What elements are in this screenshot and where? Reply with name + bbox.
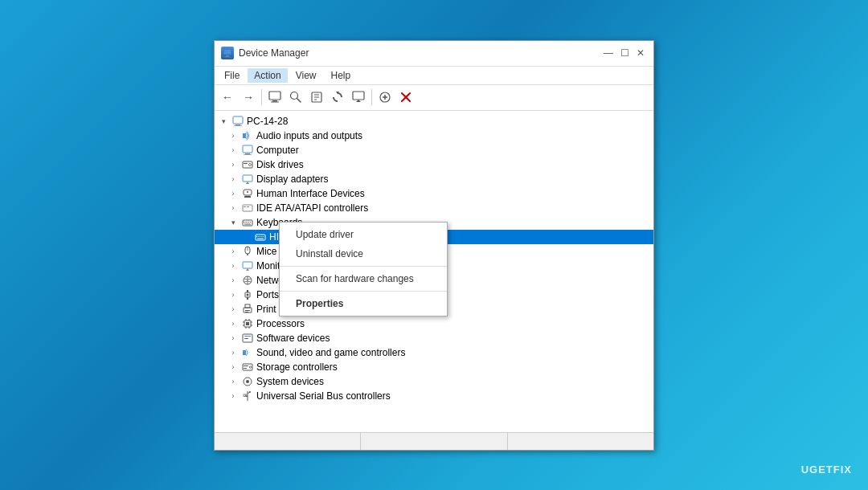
expand-icon-storage: › bbox=[227, 361, 239, 373]
minimize-button[interactable]: — bbox=[602, 47, 615, 59]
svg-rect-24 bbox=[243, 145, 252, 153]
svg-rect-37 bbox=[247, 206, 249, 207]
forward-button[interactable]: → bbox=[239, 88, 258, 107]
menu-action[interactable]: Action bbox=[248, 68, 287, 83]
svg-rect-29 bbox=[244, 163, 248, 164]
tree-item-display[interactable]: › Display adapters bbox=[215, 172, 653, 186]
menu-view[interactable]: View bbox=[289, 68, 323, 83]
svg-rect-42 bbox=[250, 222, 252, 223]
tree-item-system[interactable]: › System devices bbox=[215, 374, 653, 389]
ctx-uninstall[interactable]: Uninstall device bbox=[280, 244, 447, 263]
svg-rect-21 bbox=[235, 125, 240, 125]
ctx-update-driver[interactable]: Update driver bbox=[280, 225, 447, 244]
computer-label: Computer bbox=[256, 145, 299, 156]
keyboards-icon bbox=[241, 216, 254, 229]
svg-rect-1 bbox=[226, 55, 229, 57]
software-icon bbox=[241, 332, 254, 345]
expand-icon-disk: › bbox=[227, 159, 239, 170]
expand-icon-keyboards: ▾ bbox=[227, 217, 239, 228]
ctx-separator-2 bbox=[280, 291, 447, 292]
tree-root[interactable]: ▾ PC-14-28 bbox=[215, 114, 653, 129]
svg-rect-35 bbox=[243, 205, 252, 211]
properties-button[interactable] bbox=[307, 88, 326, 107]
svg-rect-13 bbox=[353, 92, 364, 100]
disk-icon bbox=[241, 158, 254, 171]
svg-rect-60 bbox=[247, 297, 248, 300]
expand-icon-root: ▾ bbox=[218, 116, 229, 127]
hid-icon bbox=[241, 187, 254, 200]
svg-rect-3 bbox=[269, 92, 280, 100]
menu-file[interactable]: File bbox=[218, 68, 246, 83]
svg-rect-20 bbox=[233, 116, 243, 124]
monitor-button[interactable] bbox=[349, 88, 368, 107]
remove-button[interactable] bbox=[396, 88, 416, 107]
back-button[interactable]: ← bbox=[218, 88, 237, 107]
expand-icon-computer: › bbox=[227, 145, 239, 156]
computer-icon bbox=[241, 144, 254, 157]
mice-icon bbox=[241, 245, 254, 258]
svg-rect-36 bbox=[244, 206, 246, 207]
status-segment-1 bbox=[215, 433, 361, 450]
svg-rect-47 bbox=[260, 236, 262, 237]
close-button[interactable]: ✕ bbox=[634, 47, 647, 59]
tree-panel[interactable]: ▾ PC-14-28 › Audio inputs and outputs › bbox=[215, 111, 653, 432]
root-icon bbox=[231, 115, 244, 128]
toolbar: ← → bbox=[215, 85, 653, 111]
svg-rect-66 bbox=[246, 322, 249, 325]
title-bar-controls: — ☐ ✕ bbox=[602, 47, 647, 59]
update-button[interactable] bbox=[328, 88, 347, 107]
add-button[interactable] bbox=[375, 88, 395, 107]
tree-item-usb[interactable]: › Universal Serial Bus controllers bbox=[215, 389, 653, 403]
svg-rect-78 bbox=[243, 350, 246, 355]
expand-icon-print: › bbox=[227, 304, 239, 315]
svg-rect-62 bbox=[245, 304, 250, 308]
tree-item-disk[interactable]: › Disk drives bbox=[215, 157, 653, 172]
context-menu: Update driver Uninstall device Scan for … bbox=[279, 222, 448, 316]
svg-line-7 bbox=[297, 99, 301, 103]
disk-label: Disk drives bbox=[256, 159, 304, 170]
sound-label: Sound, video and game controllers bbox=[256, 347, 405, 358]
svg-rect-22 bbox=[234, 125, 242, 126]
expand-icon-sound: › bbox=[227, 347, 239, 358]
tree-item-hid[interactable]: › Human Interface Devices bbox=[215, 186, 653, 201]
content-area: ▾ PC-14-28 › Audio inputs and outputs › bbox=[215, 111, 653, 432]
print-icon bbox=[241, 303, 254, 316]
window-icon bbox=[221, 47, 234, 59]
ctx-separator-1 bbox=[280, 266, 447, 267]
tree-item-sound[interactable]: › Sound, video and game controllers bbox=[215, 345, 653, 360]
svg-rect-59 bbox=[247, 290, 248, 292]
watermark: UGETFIX bbox=[801, 463, 852, 476]
svg-point-84 bbox=[246, 380, 249, 383]
processors-label: Processors bbox=[256, 318, 305, 329]
tree-item-ide[interactable]: › IDE ATA/ATAPI controllers bbox=[215, 201, 653, 215]
svg-rect-2 bbox=[224, 57, 231, 58]
display-icon bbox=[241, 173, 254, 186]
menu-bar: File Action View Help bbox=[215, 67, 653, 85]
usb-icon bbox=[241, 390, 254, 402]
computer-button[interactable] bbox=[265, 88, 285, 107]
svg-rect-53 bbox=[243, 262, 252, 268]
expand-icon-usb: › bbox=[227, 390, 239, 402]
search-button[interactable] bbox=[286, 88, 305, 107]
tree-item-audio[interactable]: › Audio inputs and outputs bbox=[215, 129, 653, 143]
hid-label: Human Interface Devices bbox=[256, 188, 365, 199]
menu-help[interactable]: Help bbox=[325, 68, 358, 83]
ctx-properties[interactable]: Properties bbox=[280, 294, 447, 313]
svg-rect-49 bbox=[257, 238, 264, 239]
svg-rect-79 bbox=[243, 364, 252, 370]
svg-rect-40 bbox=[246, 222, 248, 223]
svg-point-52 bbox=[247, 254, 248, 255]
svg-point-33 bbox=[247, 191, 248, 193]
system-icon bbox=[241, 375, 254, 388]
svg-rect-82 bbox=[244, 368, 247, 369]
tree-item-computer[interactable]: › Computer bbox=[215, 143, 653, 157]
tree-item-software[interactable]: › Software devices bbox=[215, 331, 653, 345]
ctx-scan[interactable]: Scan for hardware changes bbox=[280, 269, 447, 288]
tree-item-processors[interactable]: › Processors bbox=[215, 316, 653, 331]
tree-item-storage[interactable]: › Storage controllers bbox=[215, 360, 653, 374]
maximize-button[interactable]: ☐ bbox=[618, 47, 631, 59]
svg-rect-77 bbox=[244, 338, 248, 339]
expand-icon-mice: › bbox=[227, 246, 239, 257]
svg-rect-30 bbox=[243, 175, 252, 182]
expand-icon-ports: › bbox=[227, 289, 239, 300]
